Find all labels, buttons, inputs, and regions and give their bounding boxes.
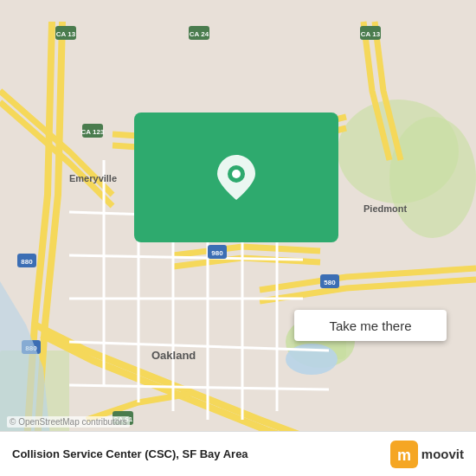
map-attribution: © OpenStreetMap contributors <box>7 416 130 428</box>
info-title-area: Collision Service Center (CSC), SF Bay A… <box>12 447 248 460</box>
svg-text:980: 980 <box>211 249 223 257</box>
svg-text:Piedmont: Piedmont <box>363 203 407 214</box>
svg-text:Emeryville: Emeryville <box>69 173 117 183</box>
svg-text:CA 13: CA 13 <box>361 30 381 38</box>
svg-text:CA 24: CA 24 <box>190 30 209 38</box>
take-me-there-button[interactable]: Take me there <box>294 310 447 341</box>
svg-text:880: 880 <box>21 258 33 266</box>
moovit-icon: m <box>390 441 418 468</box>
svg-text:CA 123: CA 123 <box>81 128 105 136</box>
svg-text:m: m <box>397 447 411 464</box>
location-title: Collision Service Center (CSC), SF Bay A… <box>12 447 248 460</box>
moovit-logo: m moovit <box>390 441 464 468</box>
svg-text:Oakland: Oakland <box>151 349 196 362</box>
info-bar: Collision Service Center (CSC), SF Bay A… <box>0 431 476 476</box>
take-me-there-label: Take me there <box>329 318 411 333</box>
svg-text:580: 580 <box>324 279 336 286</box>
svg-point-40 <box>232 170 241 178</box>
destination-card: Take me there <box>134 113 338 242</box>
map-container: 880 880 980 580 CA 13 CA 24 CA 13 CA 123… <box>0 0 476 476</box>
svg-text:CA 13: CA 13 <box>56 30 76 38</box>
location-pin-icon <box>217 155 255 200</box>
svg-point-5 <box>389 117 476 238</box>
moovit-brand-text: moovit <box>421 447 464 461</box>
